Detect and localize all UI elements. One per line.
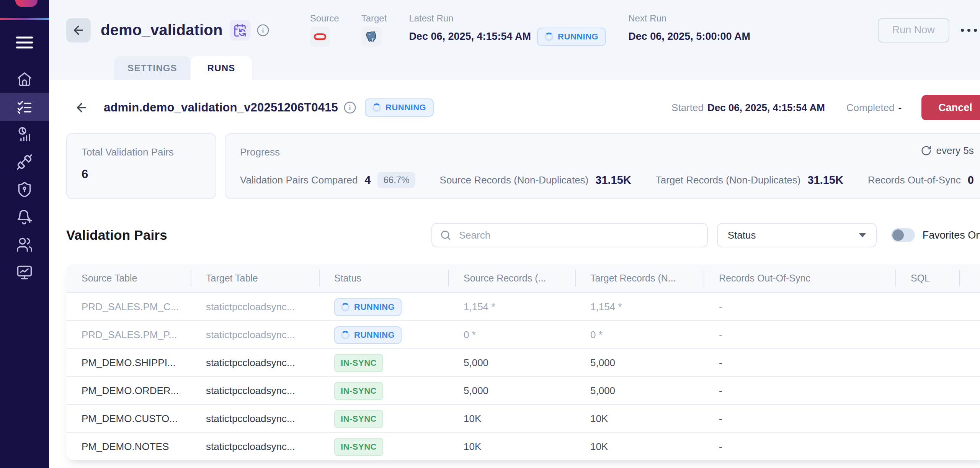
page-title: demo_validation	[101, 21, 223, 39]
cell-sql	[895, 433, 959, 461]
running-badge: RUNNING	[334, 326, 402, 344]
col-source-records: Source Records (...	[448, 264, 575, 292]
cell-target: statictpccloadsync...	[191, 293, 319, 321]
table-row[interactable]: PM_DEMO.ORDER... statictpccloadsync... I…	[66, 376, 980, 404]
cell-out-of-sync: -	[704, 377, 895, 405]
cell-status: RUNNING	[319, 293, 448, 321]
table-row[interactable]: PM_DEMO.CUSTO... statictpccloadsync... I…	[66, 404, 980, 432]
gradient-divider	[0, 18, 49, 20]
cell-source: PM_DEMO.SHIPPI...	[66, 349, 191, 377]
sidebar-item-users[interactable]	[0, 231, 49, 259]
percent-badge: 66.7%	[377, 172, 415, 188]
cell-target-records: 1,154 *	[575, 293, 704, 321]
total-pairs-label: Total Validation Pairs	[82, 146, 201, 158]
sidebar-item-validations[interactable]	[0, 93, 49, 121]
tab-runs[interactable]: RUNS	[191, 56, 252, 80]
run-title: admin.demo_validation_v20251206T0415	[104, 101, 338, 115]
sidebar-item-dashboards[interactable]	[0, 259, 49, 286]
info-icon	[343, 101, 356, 114]
validation-info-button[interactable]	[256, 24, 270, 37]
run-now-button[interactable]: Run Now	[878, 18, 949, 43]
next-run-label: Next Run	[628, 13, 750, 26]
started-at: StartedDec 06, 2025, 4:15:54 AM	[671, 102, 825, 114]
section-title: Validation Pairs	[66, 227, 167, 243]
runs-panel: admin.demo_validation_v20251206T0415 RUN…	[49, 80, 980, 468]
running-badge: RUNNING	[334, 298, 402, 316]
progress-card: Progress every 5s Validation Pairs Compa…	[225, 133, 980, 199]
run-back-button[interactable]	[75, 101, 88, 115]
insync-badge: IN-SYNC	[334, 410, 383, 428]
sidebar-item-monitoring[interactable]	[0, 121, 49, 148]
completed-at: Completed-	[846, 102, 902, 114]
table-row[interactable]: PM_DEMO.NOTES statictpccloadsync... IN-S…	[66, 432, 980, 460]
cell-source: PRD_SALES.PM_C...	[66, 293, 191, 321]
total-pairs-card: Total Validation Pairs 6	[66, 133, 216, 199]
sidebar	[0, 0, 49, 468]
sidebar-item-home[interactable]	[0, 65, 49, 93]
cell-target-records: 10K	[575, 433, 704, 461]
table-row[interactable]: PRD_SALES.PM_C... statictpccloadsync... …	[66, 292, 980, 320]
cell-out-of-sync: -	[704, 321, 895, 349]
cell-status: IN-SYNC	[319, 377, 448, 405]
info-icon	[256, 24, 270, 37]
cell-sql	[895, 377, 959, 405]
cell-target-records: 5,000	[575, 377, 704, 405]
more-menu-button[interactable]	[959, 25, 978, 36]
sidebar-item-alerts[interactable]	[0, 203, 49, 231]
cancel-run-button[interactable]: Cancel	[921, 95, 980, 120]
connections-plug-icon	[16, 154, 33, 170]
col-out-of-sync: Records Out-Of-Sync	[704, 264, 895, 292]
metric-pairs-compared: Validation Pairs Compared 4 66.7%	[240, 172, 415, 188]
cell-target: statictpccloadsync...	[191, 321, 319, 349]
cell-out-of-sync: -	[704, 293, 895, 321]
insync-badge: IN-SYNC	[334, 438, 383, 456]
table-row[interactable]: PM_DEMO.SHIPPI... statictpccloadsync... …	[66, 348, 980, 376]
cell-sql	[895, 321, 959, 349]
refresh-interval: every 5s	[921, 145, 974, 157]
metric-out-of-sync: Records Out-of-Sync 0	[868, 174, 974, 187]
metric-target-records: Target Records (Non-Duplicates) 31.15K	[656, 174, 843, 187]
hamburger-menu-button[interactable]	[0, 33, 49, 52]
cell-status: IN-SYNC	[319, 349, 448, 377]
chevron-down-icon	[859, 233, 866, 237]
schedule-button[interactable]	[230, 20, 250, 41]
alerts-bell-plus-icon	[16, 209, 33, 226]
home-icon	[16, 71, 33, 88]
insync-badge: IN-SYNC	[334, 354, 383, 372]
cell-source: PM_DEMO.CUSTO...	[66, 405, 191, 433]
cell-out-of-sync: -	[704, 405, 895, 433]
source-meta: Source	[310, 13, 339, 47]
metric-source-records: Source Records (Non-Duplicates) 31.15K	[440, 174, 631, 187]
cell-target: statictpccloadsync...	[191, 349, 319, 377]
cell-target: statictpccloadsync...	[191, 433, 319, 461]
validation-pairs-header: Validation Pairs Status Favorites Only	[66, 223, 980, 247]
back-button[interactable]	[66, 18, 91, 43]
insync-badge: IN-SYNC	[334, 382, 383, 400]
cell-sql	[895, 349, 959, 377]
back-arrow-icon	[75, 101, 88, 115]
favorites-toggle[interactable]	[891, 228, 915, 242]
stats-cards: Total Validation Pairs 6 Progress every …	[66, 133, 980, 199]
sidebar-nav	[0, 65, 49, 286]
search-box	[431, 223, 708, 247]
next-run-meta: Next Run Dec 06, 2025, 5:00:00 AM	[628, 13, 750, 47]
search-input[interactable]	[459, 229, 699, 241]
tab-settings[interactable]: SETTINGS	[114, 56, 191, 80]
table-header: Source Table Target Table Status Source …	[66, 264, 980, 292]
cell-target-records: 10K	[575, 405, 704, 433]
table-row[interactable]: PRD_SALES.PM_P... statictpccloadsync... …	[66, 320, 980, 348]
run-info-button[interactable]	[343, 101, 356, 114]
top-header: demo_validation Source Target	[49, 0, 980, 80]
run-meta: Source Target Late	[310, 13, 750, 47]
progress-label: Progress	[240, 146, 280, 158]
source-label: Source	[310, 13, 339, 26]
col-target-records: Target Records (N...	[575, 264, 704, 292]
sidebar-item-connections[interactable]	[0, 148, 49, 176]
cell-source-records: 10K	[448, 433, 575, 461]
sidebar-item-security[interactable]	[0, 176, 49, 203]
cell-target: statictpccloadsync...	[191, 405, 319, 433]
postgres-icon	[361, 27, 381, 47]
security-shield-icon	[16, 181, 33, 198]
col-overflow	[959, 264, 980, 292]
status-filter-select[interactable]: Status	[717, 223, 877, 247]
